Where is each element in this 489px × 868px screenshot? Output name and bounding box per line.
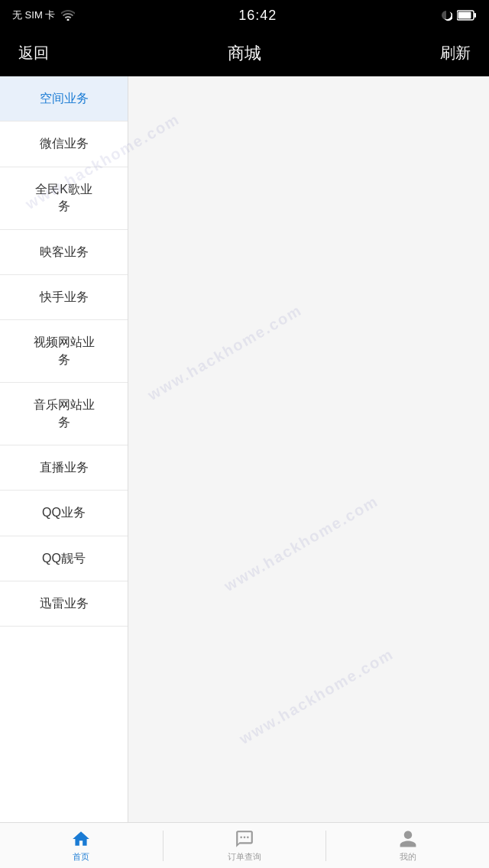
sidebar-item-quanmink[interactable]: 全民K歌业务 bbox=[0, 167, 128, 230]
sidebar-item-yinyuewangzhan[interactable]: 音乐网站业务 bbox=[0, 383, 128, 445]
sidebar-menu: 空间业务 微信业务 全民K歌业务 映客业务 快手业务 视频网站业务 音乐网站业务… bbox=[0, 76, 128, 822]
watermark-4: www.hackhome.com bbox=[237, 645, 397, 747]
tab-home[interactable]: 首页 bbox=[0, 829, 163, 863]
svg-point-5 bbox=[247, 836, 249, 838]
chat-icon bbox=[235, 829, 254, 849]
back-button[interactable]: 返回 bbox=[18, 43, 49, 63]
watermark-3: www.hackhome.com bbox=[222, 492, 382, 594]
status-right bbox=[440, 9, 477, 21]
tab-home-label: 首页 bbox=[73, 851, 89, 863]
sidebar-item-weixin[interactable]: 微信业务 bbox=[0, 121, 128, 167]
tab-mine[interactable]: 我的 bbox=[326, 829, 489, 863]
svg-rect-1 bbox=[474, 13, 476, 18]
tab-bar: 首页 订单查询 我的 bbox=[0, 822, 489, 868]
nav-bar: 返回 商城 刷新 bbox=[0, 31, 489, 76]
home-icon bbox=[71, 829, 91, 849]
battery-icon bbox=[457, 10, 477, 21]
sidebar-item-qqhao[interactable]: QQ靓号 bbox=[0, 536, 128, 581]
svg-point-4 bbox=[244, 836, 246, 838]
sidebar-item-xunlei[interactable]: 迅雷业务 bbox=[0, 581, 128, 627]
refresh-button[interactable]: 刷新 bbox=[440, 43, 471, 63]
sidebar-item-yingke[interactable]: 映客业务 bbox=[0, 230, 128, 275]
status-bar: 无 SIM 卡 16:42 bbox=[0, 0, 489, 31]
tab-orders-label: 订单查询 bbox=[228, 851, 261, 863]
tab-orders[interactable]: 订单查询 bbox=[164, 829, 326, 863]
sidebar-item-zhibo[interactable]: 直播业务 bbox=[0, 445, 128, 491]
moon-icon bbox=[440, 9, 452, 21]
content-area: www.hackhome.com www.hackhome.com www.ha… bbox=[128, 76, 489, 822]
sidebar-item-kongjian[interactable]: 空间业务 bbox=[0, 76, 128, 121]
sidebar-item-qq[interactable]: QQ业务 bbox=[0, 491, 128, 536]
svg-rect-2 bbox=[458, 12, 471, 19]
page-title: 商城 bbox=[228, 42, 261, 65]
person-icon bbox=[398, 829, 418, 849]
watermark-2: www.hackhome.com bbox=[145, 301, 306, 403]
status-time: 16:42 bbox=[238, 8, 277, 24]
tab-mine-label: 我的 bbox=[400, 851, 416, 863]
status-left: 无 SIM 卡 bbox=[12, 8, 75, 22]
sidebar-item-shipinwangzhan[interactable]: 视频网站业务 bbox=[0, 320, 128, 383]
svg-point-3 bbox=[240, 836, 242, 838]
main-content: 空间业务 微信业务 全民K歌业务 映客业务 快手业务 视频网站业务 音乐网站业务… bbox=[0, 76, 489, 822]
wifi-icon bbox=[61, 10, 75, 21]
carrier-text: 无 SIM 卡 bbox=[12, 8, 55, 22]
sidebar-item-kuaishou[interactable]: 快手业务 bbox=[0, 275, 128, 320]
